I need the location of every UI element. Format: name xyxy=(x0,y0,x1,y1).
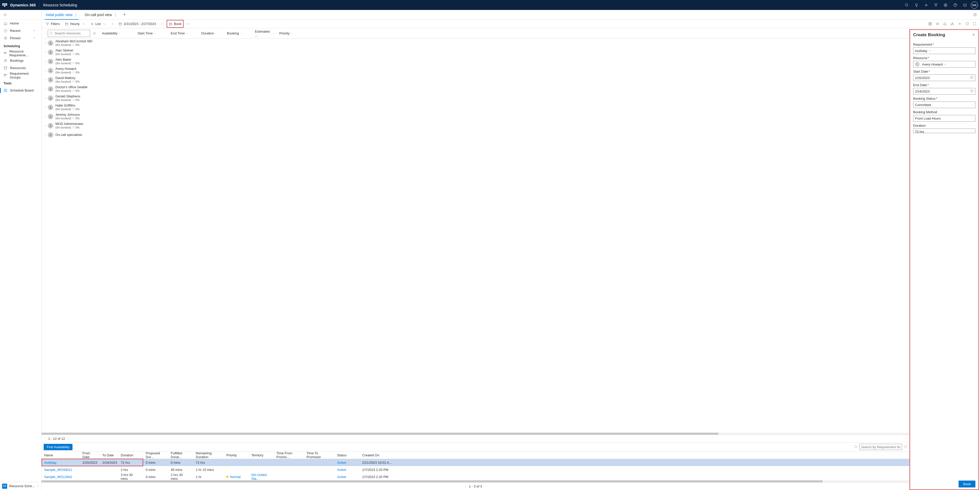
expand-icon[interactable] xyxy=(43,51,48,54)
expand-icon[interactable] xyxy=(43,133,48,136)
search-resources-input[interactable] xyxy=(48,30,90,37)
next-page[interactable] xyxy=(67,437,70,441)
expand-icon[interactable] xyxy=(43,97,48,100)
prev-date-button[interactable] xyxy=(110,21,115,27)
resource-row[interactable]: Jeremy Johnson(0m booked) 0% xyxy=(41,112,909,121)
requirement-search-input[interactable] xyxy=(859,444,902,450)
org-icon[interactable] xyxy=(950,21,955,27)
refresh-icon[interactable] xyxy=(964,21,970,27)
col-fulfilled-dur[interactable]: Fulfilled Durat… xyxy=(168,452,193,459)
resource-row[interactable]: Doctor's office Seattle(0m booked) 0% xyxy=(41,84,909,94)
book-button[interactable]: Book xyxy=(167,21,183,27)
col-booking[interactable]: Booking xyxy=(225,30,253,37)
tab-menu-icon[interactable]: ⋮ xyxy=(74,13,78,17)
find-availability-button[interactable]: Find Availability xyxy=(44,444,73,450)
col-estimated[interactable]: Estimated … xyxy=(253,30,277,37)
requirement-row[interactable]: multiday2/20/20232/24/202372 hrs0 mins0 … xyxy=(41,459,909,466)
nav-pinned[interactable]: Pinned xyxy=(0,35,41,42)
col-time-to-promised[interactable]: Time To Promised xyxy=(304,452,334,459)
view-mode-dropdown[interactable]: List xyxy=(89,21,108,27)
resource-row[interactable]: On-call specialists xyxy=(41,130,909,140)
expand-icon[interactable] xyxy=(973,10,977,19)
expand-icon[interactable] xyxy=(43,79,48,81)
hamburger-icon[interactable] xyxy=(0,10,41,20)
prev-page[interactable] xyxy=(464,484,467,488)
expand-icon[interactable] xyxy=(43,88,48,90)
expand-icon[interactable] xyxy=(43,69,48,72)
col-proposed-dur[interactable]: Proposed Dur… xyxy=(143,452,168,459)
calendar-icon[interactable] xyxy=(970,76,974,80)
tab-on-call-pool-view[interactable]: On-call pool view⋮ xyxy=(84,10,118,19)
nav-resources[interactable]: Resources xyxy=(0,64,41,71)
booking-method-field[interactable]: Front Load Hours xyxy=(913,115,975,122)
more-icon[interactable]: ⋯ xyxy=(186,21,191,27)
col-end-time[interactable]: End Time xyxy=(169,30,199,37)
map-icon[interactable] xyxy=(927,21,933,27)
booking-status-field[interactable]: Committed xyxy=(913,101,975,108)
resource-row[interactable]: MOD Administrator(0m booked) 0% xyxy=(41,121,909,130)
requirement-row[interactable]: Sample_WO000112 hrs0 mins45 mins1 hr 15 … xyxy=(41,466,909,473)
list-settings-icon[interactable] xyxy=(935,21,940,27)
timescale-dropdown[interactable]: Hourly xyxy=(63,21,87,27)
tab-initial-public-view[interactable]: Initial public view⋮ xyxy=(45,10,79,19)
sort-icon[interactable] xyxy=(92,30,97,36)
col-remaining-dur[interactable]: Remaining Duration xyxy=(193,452,224,459)
resource-row[interactable]: Alan Steiner(0m booked) 0% xyxy=(41,48,909,57)
collapse-icon[interactable] xyxy=(905,437,907,441)
col-duration[interactable]: Duration xyxy=(199,30,225,37)
add-icon[interactable] xyxy=(921,0,931,10)
lightbulb-icon[interactable] xyxy=(912,0,921,10)
search-icon[interactable] xyxy=(902,0,912,10)
calendar-icon[interactable] xyxy=(970,89,974,94)
filters-button[interactable]: Filters xyxy=(44,21,61,27)
col-territory[interactable]: Territory xyxy=(249,452,274,459)
resource-row[interactable]: David Mallory(0m booked) 0% xyxy=(41,75,909,84)
nav-home[interactable]: Home xyxy=(0,20,41,27)
requirement-link[interactable]: Sample_WO13941 xyxy=(44,475,72,479)
col-priority[interactable]: Priority xyxy=(224,452,249,459)
col-from-date[interactable]: From Date xyxy=(80,452,100,459)
resource-row[interactable]: Abraham McCormick MD(0m booked) 0% xyxy=(41,38,909,48)
requirement-row[interactable]: Sample_WO139413 hrs 30 mins0 mins2 hrs 3… xyxy=(41,473,909,480)
filter-icon[interactable] xyxy=(931,0,941,10)
next-page[interactable] xyxy=(484,484,487,488)
refresh-icon[interactable] xyxy=(904,445,907,449)
gear-icon[interactable] xyxy=(957,21,963,27)
expand-icon[interactable] xyxy=(43,115,48,118)
expand-all-icon[interactable] xyxy=(43,32,48,35)
col-duration[interactable]: Duration xyxy=(118,452,143,459)
resource-row[interactable]: Avery Howard(0m booked) 0% xyxy=(41,66,909,75)
expand-icon[interactable] xyxy=(43,106,48,109)
nav-bookings[interactable]: Bookings xyxy=(0,57,41,64)
search-icon[interactable] xyxy=(854,445,858,449)
nav-resource-requirements[interactable]: Resource Requireme… xyxy=(0,49,41,57)
expand-icon[interactable] xyxy=(43,60,48,63)
col-time-from-promised[interactable]: Time From Promis… xyxy=(274,452,304,459)
h-scrollbar[interactable] xyxy=(41,433,909,434)
fullscreen-icon[interactable] xyxy=(972,21,977,27)
clear-icon[interactable] xyxy=(929,49,931,53)
next-date-button[interactable] xyxy=(159,21,165,27)
settings-icon[interactable] xyxy=(941,0,950,10)
help-icon[interactable] xyxy=(950,0,960,10)
resource-row[interactable]: Halle Griffiths(0m booked) 0% xyxy=(41,103,909,112)
tab-menu-icon[interactable]: ⋮ xyxy=(114,13,117,17)
nav-recent[interactable]: Recent xyxy=(0,27,41,35)
close-icon[interactable] xyxy=(972,33,975,37)
expand-icon[interactable] xyxy=(43,124,48,127)
resource-row[interactable]: Gerald Stephens(0m booked) 0% xyxy=(41,94,909,103)
col-to-date[interactable]: To Date xyxy=(100,452,118,459)
col-created-on[interactable]: Created On xyxy=(360,452,909,459)
resource-field[interactable]: Avery Howard xyxy=(913,61,975,68)
col-priority[interactable]: Priority xyxy=(277,30,300,37)
bell-icon[interactable] xyxy=(942,21,948,27)
prev-page[interactable] xyxy=(44,437,46,441)
expand-icon[interactable] xyxy=(43,42,48,44)
assist-icon[interactable] xyxy=(960,0,970,10)
nav-schedule-board[interactable]: Schedule Board xyxy=(0,87,41,94)
h-scrollbar[interactable] xyxy=(41,480,909,482)
col-availability[interactable]: Availability xyxy=(100,30,135,37)
requirement-link[interactable]: multiday xyxy=(44,461,56,465)
area-switcher[interactable]: RS Resource Schedul… xyxy=(0,482,41,490)
requirement-link[interactable]: Sample_WO00011 xyxy=(44,468,72,472)
